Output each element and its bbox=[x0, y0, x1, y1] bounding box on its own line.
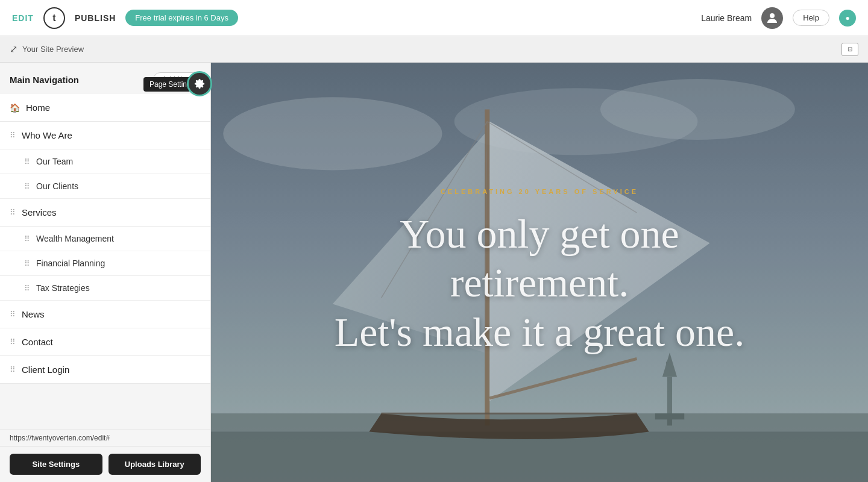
sidebar-item-tax-strategies-label: Tax Strategies bbox=[36, 283, 90, 293]
sidebar-item-services[interactable]: ⠿ Services bbox=[0, 199, 210, 227]
hero-headline-line2: retirement. bbox=[335, 258, 745, 308]
drag-handle: ⠿ bbox=[10, 365, 16, 374]
main-layout: Main Navigation Add New Page Settings 🏠 … bbox=[0, 63, 868, 482]
drag-handle: ⠿ bbox=[10, 208, 16, 217]
top-bar-right: Laurie Bream Help ● bbox=[701, 7, 856, 29]
sidebar-item-wealth-management-label: Wealth Management bbox=[36, 234, 114, 243]
hero-headline: You only get one retirement. Let's make … bbox=[335, 210, 745, 357]
sidebar-item-financial-planning[interactable]: ⠿ Financial Planning bbox=[0, 251, 210, 276]
drag-handle: ⠿ bbox=[10, 310, 16, 319]
preview-label: Your Site Preview bbox=[22, 45, 84, 54]
sidebar-item-news-label: News bbox=[22, 309, 45, 319]
sidebar-item-services-label: Services bbox=[22, 207, 57, 218]
sidebar-item-home[interactable]: 🏠 Home bbox=[0, 94, 210, 122]
hero-headline-line3: Let's make it a great one. bbox=[335, 308, 745, 357]
sidebar-item-contact[interactable]: ⠿ Contact bbox=[0, 328, 210, 356]
sidebar-item-contact-label: Contact bbox=[22, 337, 53, 347]
drag-handle: ⠿ bbox=[10, 131, 16, 140]
site-preview: CELEBRATING 20 YEARS OF SERVICE You only… bbox=[211, 63, 868, 482]
preview-expand-button[interactable]: ⊡ bbox=[841, 43, 858, 56]
nav-list: 🏠 Home ⠿ Who We Are ⠿ Our Team ⠿ Our Cli… bbox=[0, 94, 210, 430]
drag-handle: ⠿ bbox=[24, 182, 30, 191]
sidebar-item-client-login[interactable]: ⠿ Client Login bbox=[0, 356, 210, 384]
url-bar: https://twentyoverten.com/edit# bbox=[0, 430, 210, 446]
drag-handle: ⠿ bbox=[24, 259, 30, 268]
help-button[interactable]: Help bbox=[793, 10, 829, 26]
sidebar-item-news[interactable]: ⠿ News bbox=[0, 301, 210, 328]
home-icon: 🏠 bbox=[10, 103, 20, 113]
edit-button[interactable]: EDIT bbox=[12, 13, 34, 23]
uploads-library-button[interactable]: Uploads Library bbox=[108, 454, 201, 475]
preview-bar: ⤢ Your Site Preview ⊡ bbox=[0, 36, 868, 63]
sidebar-item-home-label: Home bbox=[26, 102, 50, 113]
page-settings-button[interactable] bbox=[187, 71, 211, 96]
drag-handle: ⠿ bbox=[24, 157, 30, 166]
top-bar: EDIT t PUBLISH Free trial expires in 6 D… bbox=[0, 0, 868, 36]
avatar[interactable] bbox=[761, 7, 783, 29]
drag-handle: ⠿ bbox=[10, 337, 16, 346]
sidebar-footer: Site Settings Uploads Library bbox=[0, 446, 210, 482]
hero-section: CELEBRATING 20 YEARS OF SERVICE You only… bbox=[211, 63, 868, 482]
sidebar-item-our-team-label: Our Team bbox=[36, 157, 73, 166]
drag-handle: ⠿ bbox=[24, 234, 30, 243]
publish-button[interactable]: PUBLISH bbox=[75, 13, 116, 23]
sidebar-item-tax-strategies[interactable]: ⠿ Tax Strategies bbox=[0, 276, 210, 301]
sidebar-item-our-team[interactable]: ⠿ Our Team bbox=[0, 149, 210, 174]
sidebar-item-our-clients[interactable]: ⠿ Our Clients bbox=[0, 174, 210, 199]
svg-point-0 bbox=[770, 13, 775, 18]
sidebar-item-financial-planning-label: Financial Planning bbox=[36, 258, 105, 268]
preview-bar-left: ⤢ Your Site Preview bbox=[10, 43, 84, 55]
sidebar: Main Navigation Add New Page Settings 🏠 … bbox=[0, 63, 211, 482]
sidebar-item-our-clients-label: Our Clients bbox=[36, 181, 78, 191]
logo-circle: t bbox=[43, 7, 65, 29]
hero-content: CELEBRATING 20 YEARS OF SERVICE You only… bbox=[310, 164, 769, 381]
celebrating-text: CELEBRATING 20 YEARS OF SERVICE bbox=[335, 188, 745, 195]
sidebar-item-wealth-management[interactable]: ⠿ Wealth Management bbox=[0, 227, 210, 251]
expand-icon: ⤢ bbox=[10, 43, 17, 55]
sidebar-item-who-we-are[interactable]: ⠿ Who We Are bbox=[0, 122, 210, 149]
sidebar-item-client-login-label: Client Login bbox=[22, 365, 69, 375]
drag-handle: ⠿ bbox=[24, 284, 30, 293]
top-bar-left: EDIT t PUBLISH Free trial expires in 6 D… bbox=[12, 7, 238, 29]
sidebar-item-who-we-are-label: Who We Are bbox=[22, 130, 72, 140]
notification-dot[interactable]: ● bbox=[839, 10, 856, 27]
user-name: Laurie Bream bbox=[701, 13, 752, 23]
trial-badge[interactable]: Free trial expires in 6 Days bbox=[125, 10, 238, 26]
hero-headline-line1: You only get one bbox=[335, 210, 745, 259]
preview-area: CELEBRATING 20 YEARS OF SERVICE You only… bbox=[211, 63, 868, 482]
site-settings-button[interactable]: Site Settings bbox=[10, 454, 102, 475]
sidebar-title: Main Navigation bbox=[10, 75, 79, 85]
